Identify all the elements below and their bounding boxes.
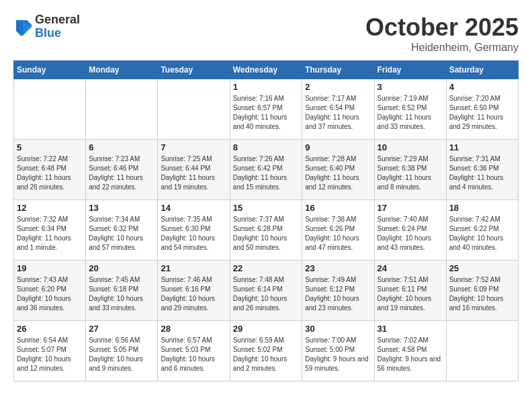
weekday-header-saturday: Saturday — [446, 61, 518, 79]
week-row-2: 5Sunrise: 7:22 AMSunset: 6:48 PMDaylight… — [14, 140, 519, 200]
calendar-cell: 13Sunrise: 7:34 AMSunset: 6:32 PMDayligh… — [86, 200, 158, 261]
day-number: 19 — [17, 263, 83, 273]
week-row-5: 26Sunrise: 6:54 AMSunset: 5:07 PMDayligh… — [14, 321, 519, 381]
calendar-cell: 3Sunrise: 7:19 AMSunset: 6:52 PMDaylight… — [374, 79, 446, 140]
calendar-cell: 5Sunrise: 7:22 AMSunset: 6:48 PMDaylight… — [14, 140, 86, 200]
day-number: 21 — [161, 263, 226, 273]
calendar-cell: 19Sunrise: 7:43 AMSunset: 6:20 PMDayligh… — [14, 261, 86, 321]
calendar-cell — [158, 79, 230, 140]
logo-text: General Blue — [35, 13, 80, 40]
day-number: 17 — [378, 203, 443, 213]
day-info: Sunrise: 7:31 AMSunset: 6:36 PMDaylight:… — [449, 154, 515, 192]
calendar-cell: 1Sunrise: 7:16 AMSunset: 6:57 PMDaylight… — [230, 79, 302, 140]
calendar-cell — [14, 79, 86, 140]
day-number: 18 — [449, 203, 515, 213]
day-info: Sunrise: 7:23 AMSunset: 6:46 PMDaylight:… — [89, 154, 154, 192]
calendar-cell: 7Sunrise: 7:25 AMSunset: 6:44 PMDaylight… — [158, 140, 230, 200]
day-number: 10 — [378, 142, 443, 152]
calendar-cell: 30Sunrise: 7:00 AMSunset: 5:00 PMDayligh… — [302, 321, 374, 381]
calendar-cell: 11Sunrise: 7:31 AMSunset: 6:36 PMDayligh… — [446, 140, 518, 200]
weekday-header-monday: Monday — [86, 61, 158, 79]
day-info: Sunrise: 7:26 AMSunset: 6:42 PMDaylight:… — [233, 154, 300, 192]
day-number: 25 — [449, 263, 515, 273]
day-info: Sunrise: 7:38 AMSunset: 6:26 PMDaylight:… — [305, 215, 371, 253]
day-number: 4 — [449, 82, 515, 92]
calendar-cell — [86, 79, 158, 140]
logo-icon — [13, 17, 32, 36]
calendar-cell: 27Sunrise: 6:56 AMSunset: 5:05 PMDayligh… — [86, 321, 158, 381]
calendar-cell: 8Sunrise: 7:26 AMSunset: 6:42 PMDaylight… — [230, 140, 302, 200]
calendar-cell: 28Sunrise: 6:57 AMSunset: 5:03 PMDayligh… — [158, 321, 230, 381]
day-number: 3 — [378, 82, 443, 92]
day-info: Sunrise: 7:16 AMSunset: 6:57 PMDaylight:… — [233, 94, 300, 132]
day-info: Sunrise: 6:57 AMSunset: 5:03 PMDaylight:… — [161, 336, 226, 373]
day-info: Sunrise: 7:35 AMSunset: 6:30 PMDaylight:… — [161, 215, 226, 253]
calendar-cell: 6Sunrise: 7:23 AMSunset: 6:46 PMDaylight… — [86, 140, 158, 200]
day-number: 7 — [161, 142, 226, 152]
day-number: 2 — [305, 82, 371, 92]
calendar-cell: 4Sunrise: 7:20 AMSunset: 6:50 PMDaylight… — [446, 79, 518, 140]
calendar-cell: 26Sunrise: 6:54 AMSunset: 5:07 PMDayligh… — [14, 321, 86, 381]
day-number: 13 — [89, 203, 154, 213]
weekday-header-sunday: Sunday — [14, 61, 86, 79]
month-title: October 2025 — [365, 13, 519, 42]
calendar-cell: 12Sunrise: 7:32 AMSunset: 6:34 PMDayligh… — [14, 200, 86, 261]
calendar-cell: 20Sunrise: 7:45 AMSunset: 6:18 PMDayligh… — [86, 261, 158, 321]
day-number: 9 — [305, 142, 371, 152]
day-info: Sunrise: 7:46 AMSunset: 6:16 PMDaylight:… — [161, 275, 226, 313]
calendar-cell: 31Sunrise: 7:02 AMSunset: 4:58 PMDayligh… — [374, 321, 446, 381]
day-info: Sunrise: 7:45 AMSunset: 6:18 PMDaylight:… — [89, 275, 154, 313]
day-number: 5 — [17, 142, 83, 152]
calendar-cell: 18Sunrise: 7:42 AMSunset: 6:22 PMDayligh… — [446, 200, 518, 261]
calendar-cell: 15Sunrise: 7:37 AMSunset: 6:28 PMDayligh… — [230, 200, 302, 261]
day-info: Sunrise: 7:42 AMSunset: 6:22 PMDaylight:… — [449, 215, 515, 253]
calendar-cell: 23Sunrise: 7:49 AMSunset: 6:12 PMDayligh… — [302, 261, 374, 321]
calendar-cell: 10Sunrise: 7:29 AMSunset: 6:38 PMDayligh… — [374, 140, 446, 200]
day-number: 26 — [17, 324, 83, 334]
day-info: Sunrise: 6:54 AMSunset: 5:07 PMDaylight:… — [17, 336, 83, 373]
week-row-1: 1Sunrise: 7:16 AMSunset: 6:57 PMDaylight… — [14, 79, 519, 140]
calendar-cell: 25Sunrise: 7:52 AMSunset: 6:09 PMDayligh… — [446, 261, 518, 321]
day-number: 23 — [305, 263, 371, 273]
day-number: 6 — [89, 142, 154, 152]
calendar-table: SundayMondayTuesdayWednesdayThursdayFrid… — [13, 60, 519, 381]
day-info: Sunrise: 7:29 AMSunset: 6:38 PMDaylight:… — [378, 154, 443, 192]
week-row-3: 12Sunrise: 7:32 AMSunset: 6:34 PMDayligh… — [14, 200, 519, 261]
calendar-cell: 14Sunrise: 7:35 AMSunset: 6:30 PMDayligh… — [158, 200, 230, 261]
day-info: Sunrise: 7:02 AMSunset: 4:58 PMDaylight:… — [378, 336, 443, 373]
logo: General Blue — [13, 13, 80, 40]
day-number: 8 — [233, 142, 300, 152]
day-info: Sunrise: 7:40 AMSunset: 6:24 PMDaylight:… — [378, 215, 443, 253]
day-info: Sunrise: 7:37 AMSunset: 6:28 PMDaylight:… — [233, 215, 300, 253]
logo-general: General — [35, 13, 80, 27]
calendar-cell: 21Sunrise: 7:46 AMSunset: 6:16 PMDayligh… — [158, 261, 230, 321]
calendar-cell: 9Sunrise: 7:28 AMSunset: 6:40 PMDaylight… — [302, 140, 374, 200]
calendar-cell: 17Sunrise: 7:40 AMSunset: 6:24 PMDayligh… — [374, 200, 446, 261]
location: Heidenheim, Germany — [365, 42, 519, 54]
calendar-cell: 24Sunrise: 7:51 AMSunset: 6:11 PMDayligh… — [374, 261, 446, 321]
weekday-header-row: SundayMondayTuesdayWednesdayThursdayFrid… — [14, 61, 519, 79]
weekday-header-thursday: Thursday — [302, 61, 374, 79]
weekday-header-wednesday: Wednesday — [230, 61, 302, 79]
calendar-cell: 16Sunrise: 7:38 AMSunset: 6:26 PMDayligh… — [302, 200, 374, 261]
day-number: 31 — [378, 324, 443, 334]
day-info: Sunrise: 7:20 AMSunset: 6:50 PMDaylight:… — [449, 94, 515, 132]
calendar-cell: 2Sunrise: 7:17 AMSunset: 6:54 PMDaylight… — [302, 79, 374, 140]
day-number: 11 — [449, 142, 515, 152]
day-info: Sunrise: 7:19 AMSunset: 6:52 PMDaylight:… — [378, 94, 443, 132]
day-number: 22 — [233, 263, 300, 273]
day-number: 1 — [233, 82, 300, 92]
day-number: 12 — [17, 203, 83, 213]
page-header: General Blue October 2025 Heidenheim, Ge… — [13, 13, 519, 54]
day-info: Sunrise: 7:52 AMSunset: 6:09 PMDaylight:… — [449, 275, 515, 313]
day-number: 16 — [305, 203, 371, 213]
day-info: Sunrise: 7:22 AMSunset: 6:48 PMDaylight:… — [17, 154, 83, 192]
day-info: Sunrise: 7:32 AMSunset: 6:34 PMDaylight:… — [17, 215, 83, 253]
day-info: Sunrise: 7:51 AMSunset: 6:11 PMDaylight:… — [378, 275, 443, 313]
day-number: 30 — [305, 324, 371, 334]
day-number: 24 — [378, 263, 443, 273]
day-number: 20 — [89, 263, 154, 273]
day-number: 15 — [233, 203, 300, 213]
title-block: October 2025 Heidenheim, Germany — [365, 13, 519, 54]
week-row-4: 19Sunrise: 7:43 AMSunset: 6:20 PMDayligh… — [14, 261, 519, 321]
